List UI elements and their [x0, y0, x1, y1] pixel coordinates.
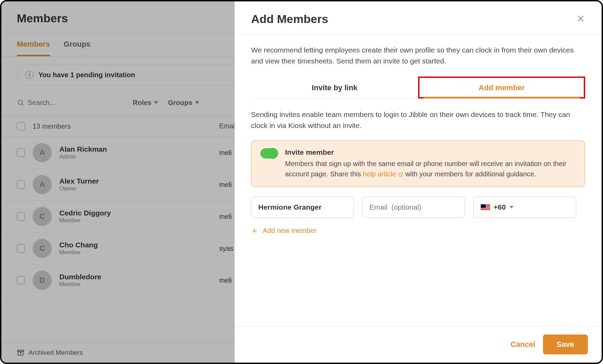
close-icon: [576, 14, 585, 23]
save-button[interactable]: Save: [543, 334, 588, 354]
invite-toggle[interactable]: [260, 148, 277, 158]
add-members-modal: Add Members We recommend letting employe…: [235, 1, 602, 363]
modal-overlay: Add Members We recommend letting employe…: [1, 1, 602, 363]
sub-note: Sending invites enable team members to l…: [251, 109, 585, 131]
name-input[interactable]: [258, 203, 347, 211]
add-new-member-label: Add new member: [263, 227, 317, 235]
modal-title: Add Members: [251, 12, 328, 26]
name-field[interactable]: [251, 197, 354, 218]
flag-icon: [481, 204, 490, 210]
cancel-button[interactable]: Cancel: [510, 340, 535, 349]
invite-description: Members that sign up with the same email…: [285, 158, 576, 179]
tab-invite-by-link[interactable]: Invite by link: [251, 77, 418, 98]
email-input[interactable]: [369, 203, 458, 211]
plus-icon: [251, 227, 258, 234]
help-article-link[interactable]: help article: [363, 170, 403, 178]
email-field[interactable]: [362, 197, 465, 218]
phone-code: +60: [494, 203, 506, 211]
external-link-icon: [398, 172, 403, 177]
invite-member-card: Invite member Members that sign up with …: [251, 140, 585, 187]
add-new-member-button[interactable]: Add new member: [251, 227, 317, 235]
invite-title: Invite member: [285, 148, 576, 156]
phone-field[interactable]: +60: [473, 197, 576, 218]
chevron-down-icon: [509, 206, 513, 209]
intro-text: We recommend letting employees create th…: [251, 45, 585, 66]
close-button[interactable]: [576, 14, 585, 24]
tab-add-member[interactable]: Add member: [418, 77, 585, 98]
